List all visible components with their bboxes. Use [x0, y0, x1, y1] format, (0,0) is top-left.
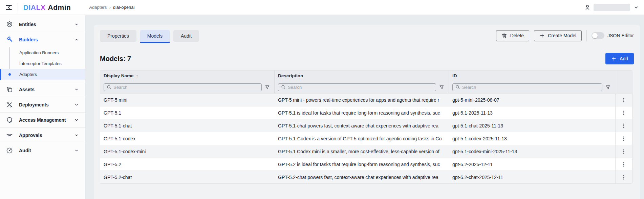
- sidebar-item-approvals[interactable]: Approvals: [0, 128, 85, 142]
- column-header-label: Display Name: [104, 73, 134, 78]
- funnel-icon: [265, 85, 270, 90]
- create-model-button[interactable]: Create Model: [534, 30, 582, 41]
- chevron-down-icon[interactable]: [633, 4, 639, 11]
- funnel-icon: [605, 85, 610, 90]
- cell-id: gpt-5-mini-2025-08-07: [449, 97, 615, 103]
- cell-display-name: GPT-5.1-codex: [100, 136, 275, 141]
- search-icon: [107, 85, 111, 89]
- tab-audit[interactable]: Audit: [173, 30, 199, 42]
- delete-button-label: Delete: [510, 33, 524, 38]
- models-table: Display Name ↑ Description ID: [100, 70, 632, 184]
- chevron-down-icon: [74, 148, 79, 153]
- sidebar-item-assets[interactable]: Assets: [0, 83, 85, 96]
- table-row[interactable]: GPT-5 mini GPT-5 mini - powers real-time…: [100, 93, 632, 106]
- logo-brand-text: DIALX: [23, 3, 46, 12]
- table-row[interactable]: GPT-5.2 GPT-5.2 is ideal for tasks that …: [100, 158, 632, 171]
- delete-button[interactable]: Delete: [496, 30, 529, 41]
- description-search-input[interactable]: [288, 85, 433, 90]
- breadcrumb-parent[interactable]: Adapters: [89, 5, 107, 10]
- id-search-input[interactable]: [462, 85, 599, 90]
- crossed-tools-icon: [6, 101, 13, 108]
- row-menu-button[interactable]: [620, 160, 627, 169]
- column-header-label: Description: [278, 73, 303, 78]
- display-name-search-input[interactable]: [113, 85, 259, 90]
- sidebar-item-access-management[interactable]: Access Management: [0, 113, 85, 127]
- search-icon: [455, 85, 460, 89]
- table-row[interactable]: GPT-5.1-chat GPT-5.1-chat powers fast, c…: [100, 119, 632, 132]
- sidebar-item-deployments[interactable]: Deployments: [0, 98, 85, 112]
- cell-display-name: GPT-5.1-codex-mini: [100, 149, 275, 154]
- actions-divider: [586, 30, 587, 41]
- table-row[interactable]: GPT-5.2-chat GPT-5.2-chat powers fast, c…: [100, 171, 632, 183]
- row-menu-button[interactable]: [620, 173, 627, 182]
- id-filter-button[interactable]: [602, 85, 614, 90]
- add-button[interactable]: Add: [605, 53, 634, 64]
- display-name-filter-button[interactable]: [262, 85, 273, 90]
- sidebar-item-label: Approvals: [19, 133, 74, 138]
- table-row[interactable]: GPT-5.1 GPT-5.1 is ideal for tasks that …: [100, 106, 632, 119]
- sidebar-item-label: Audit: [19, 148, 74, 153]
- sub-item-label: Application Runners: [19, 50, 59, 55]
- sub-item-label: Interceptor Templates: [19, 61, 62, 66]
- description-filter-button[interactable]: [436, 85, 447, 90]
- user-menu[interactable]: [584, 4, 639, 11]
- chevron-up-icon: [74, 37, 79, 42]
- tab-properties[interactable]: Properties: [100, 30, 136, 42]
- cell-description: GPT-5.1 is ideal for tasks that require …: [275, 110, 449, 116]
- sidebar-collapse-button[interactable]: [5, 3, 13, 12]
- main-content: Properties Models Audit Delete: [86, 15, 644, 199]
- cell-display-name: GPT-5.1: [100, 110, 275, 116]
- cell-description: GPT-5.1 Codex mini is a smaller, more co…: [275, 149, 449, 154]
- row-menu-button[interactable]: [620, 121, 627, 130]
- cell-display-name: GPT-5.2-chat: [100, 175, 275, 180]
- toggle-knob: [592, 33, 598, 38]
- entities-icon: [6, 21, 13, 28]
- column-header-id[interactable]: ID: [449, 71, 615, 81]
- sidebar-item-audit[interactable]: Audit: [0, 144, 85, 157]
- breadcrumb: Adapters › dial-openai: [89, 5, 134, 10]
- row-menu-button[interactable]: [620, 147, 627, 156]
- sidebar-item-application-runners[interactable]: Application Runners: [0, 47, 85, 58]
- cell-display-name: GPT-5.2: [100, 162, 275, 167]
- cell-description: GPT-5.2-chat powers fast, context-aware …: [275, 175, 449, 180]
- collapse-sidebar-icon: [5, 3, 13, 12]
- user-icon: [584, 4, 591, 11]
- cell-description: GPT-5.1-chat powers fast, context-aware …: [275, 123, 449, 128]
- sidebar-item-label: Deployments: [19, 102, 74, 107]
- sidebar-item-entities[interactable]: Entities: [0, 18, 85, 31]
- sidebar-item-builders[interactable]: Builders: [0, 33, 85, 46]
- table-filter-row: [100, 81, 632, 93]
- json-editor-label: JSON Editor: [607, 33, 634, 38]
- active-item-dot: [8, 73, 11, 76]
- cell-id: gpt-5.2-chat-2025-12-11: [449, 175, 615, 180]
- chevron-down-icon: [74, 22, 79, 27]
- cell-display-name: GPT-5 mini: [100, 97, 275, 103]
- id-search: [452, 83, 602, 91]
- row-menu-button[interactable]: [620, 108, 627, 117]
- cell-id: gpt-5.1-chat-2025-11-13: [449, 123, 615, 128]
- row-menu-button[interactable]: [620, 134, 627, 143]
- sidebar-divider: [0, 127, 85, 128]
- table-row[interactable]: GPT-5.1-codex-mini GPT-5.1 Codex mini is…: [100, 145, 632, 158]
- cell-id: gpt-5.2-2025-12-11: [449, 162, 615, 167]
- trash-icon: [501, 33, 507, 39]
- cell-display-name: GPT-5.1-chat: [100, 123, 275, 128]
- user-name-redacted[interactable]: [594, 4, 630, 11]
- sidebar-item-interceptor-templates[interactable]: Interceptor Templates: [0, 58, 85, 69]
- search-icon: [281, 85, 286, 89]
- sidebar-item-adapters[interactable]: Adapters: [0, 69, 85, 80]
- sidebar-divider: [0, 143, 85, 143]
- sidebar-item-label: Entities: [19, 22, 74, 27]
- sidebar-item-label: Access Management: [19, 117, 74, 123]
- table-row[interactable]: GPT-5.1-codex GPT-5.1-Codex is a version…: [100, 132, 632, 145]
- sort-ascending-icon[interactable]: ↑: [136, 73, 138, 78]
- plus-icon: [539, 33, 545, 38]
- cell-description: GPT-5.2 is ideal for tasks that require …: [275, 162, 449, 167]
- json-editor-toggle[interactable]: [592, 32, 604, 39]
- sidebar-item-label: Builders: [19, 37, 74, 42]
- column-header-description[interactable]: Description: [275, 71, 449, 81]
- column-header-display-name[interactable]: Display Name ↑: [100, 71, 275, 81]
- row-menu-button[interactable]: [620, 96, 627, 104]
- tab-models[interactable]: Models: [140, 30, 170, 43]
- top-bar: DIALX Admin Adapters › dial-openai: [0, 0, 644, 15]
